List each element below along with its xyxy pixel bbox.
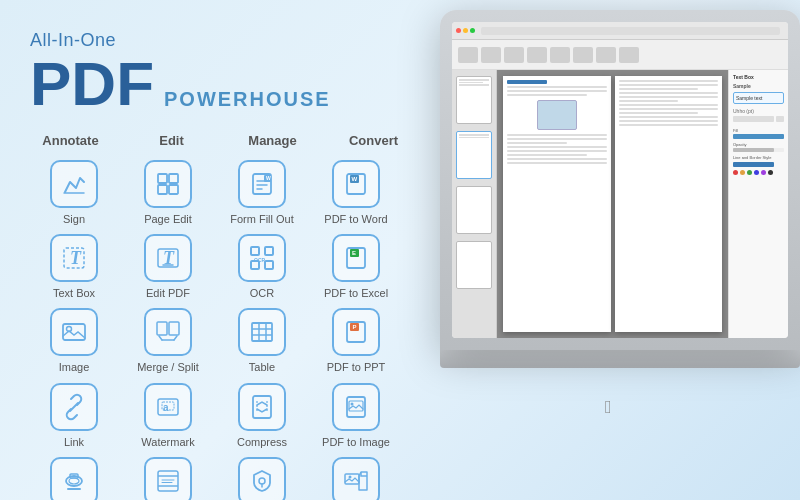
app-sidebar-left [452, 70, 497, 338]
feature-edit-pdf: T Edit PDF [128, 234, 208, 300]
sample-panel-label: Sample [733, 83, 784, 89]
link-label: Link [64, 436, 84, 449]
ribbon-btn-8 [619, 47, 639, 63]
opacity-label: Opacity [733, 142, 784, 147]
pdf-ppt-icon-box: P [332, 308, 380, 356]
feature-form-fill: W Form Fill Out [222, 160, 302, 226]
color-orange [740, 170, 745, 175]
svg-point-61 [259, 478, 265, 484]
feature-sign: Sign [34, 160, 114, 226]
ribbon-btn-1 [458, 47, 478, 63]
categories-row: Annotate Edit Manage Convert [30, 133, 410, 148]
svg-line-42 [70, 403, 78, 411]
merge-split-label: Merge / Split [137, 361, 199, 374]
edit-pdf-icon-box: T [144, 234, 192, 282]
table-icon-box [238, 308, 286, 356]
svg-rect-27 [63, 324, 85, 340]
feature-pdf-ppt: P PDF to PPT [316, 308, 396, 374]
svg-rect-1 [158, 174, 167, 183]
pdf-ppt-label: PDF to PPT [327, 361, 386, 374]
monitor-frame: Text Box Sample Sample text Uhho (pt) Fi… [440, 10, 800, 350]
svg-rect-49 [347, 397, 365, 417]
svg-point-64 [349, 475, 352, 478]
security-icon-box [238, 457, 286, 500]
color-black [768, 170, 773, 175]
ribbon-btn-5 [550, 47, 570, 63]
pdf-excel-icon-box: E [332, 234, 380, 282]
svg-rect-34 [252, 323, 272, 341]
apple-logo-icon:  [605, 397, 612, 418]
svg-text:P: P [353, 324, 357, 330]
svg-line-32 [159, 336, 162, 340]
left-panel: All-In-One PDF POWERHOUSE Annotate Edit … [30, 30, 410, 500]
ribbon-btn-2 [481, 47, 501, 63]
ocr-label: OCR [250, 287, 274, 300]
doc-page-right [615, 76, 723, 332]
color-picker [733, 170, 784, 175]
headline-pdf: PDF [30, 53, 154, 115]
font-input [733, 116, 774, 122]
category-edit: Edit [135, 133, 208, 148]
headline-powerhouse: POWERHOUSE [164, 88, 331, 115]
feature-pdf-image: PDF to Image [316, 383, 396, 449]
feature-watermark: a Watermark [128, 383, 208, 449]
feature-security: Security [222, 457, 302, 500]
svg-text:OCR: OCR [254, 257, 266, 263]
pdf-image-icon-box [332, 383, 380, 431]
thumb-2 [456, 131, 492, 179]
svg-rect-30 [169, 322, 179, 335]
svg-text:W: W [352, 176, 358, 182]
monitor-screen: Text Box Sample Sample text Uhho (pt) Fi… [452, 22, 788, 338]
pdf-excel-label: PDF to Excel [324, 287, 388, 300]
category-annotate: Annotate [34, 133, 107, 148]
text-box-icon-box: T [50, 234, 98, 282]
app-content: Text Box Sample Sample text Uhho (pt) Fi… [452, 70, 788, 338]
border-style-bar [733, 162, 774, 167]
line-border-label: Line and Border Style [733, 155, 784, 160]
svg-point-51 [351, 402, 354, 405]
compress-icon-box [238, 383, 286, 431]
app-sidebar-right: Text Box Sample Sample text Uhho (pt) Fi… [728, 70, 788, 338]
color-green [747, 170, 752, 175]
title-bar-fill [481, 27, 780, 35]
fill-label: Fill [733, 128, 784, 133]
watermark-label: Watermark [141, 436, 194, 449]
svg-rect-22 [265, 261, 273, 269]
image-icon-box [50, 308, 98, 356]
svg-rect-20 [265, 247, 273, 255]
svg-rect-4 [169, 185, 178, 194]
font-section: Uhho (pt) [733, 108, 784, 122]
image-label: Image [59, 361, 90, 374]
feature-image-pdf: Image to PDF [316, 457, 396, 500]
svg-rect-50 [349, 401, 363, 411]
headline-small: All-In-One [30, 30, 410, 51]
sample-text-box: Sample text [733, 92, 784, 104]
feature-ocr: OCR OCR [222, 234, 302, 300]
feature-compress: Compress [222, 383, 302, 449]
sign-label: Sign [63, 213, 85, 226]
ribbon-btn-7 [596, 47, 616, 63]
text-box-label: Text Box [53, 287, 95, 300]
doc-page-left [503, 76, 611, 332]
link-icon-box [50, 383, 98, 431]
header-footer-icon-box [144, 457, 192, 500]
table-label: Table [249, 361, 275, 374]
page-edit-label: Page Edit [144, 213, 192, 226]
app-ribbon [452, 40, 788, 70]
ocr-icon-box: OCR [238, 234, 286, 282]
svg-text:T: T [70, 248, 82, 268]
ribbon-btn-6 [573, 47, 593, 63]
color-red [733, 170, 738, 175]
ribbon-btn-4 [527, 47, 547, 63]
compress-label: Compress [237, 436, 287, 449]
category-convert: Convert [337, 133, 410, 148]
svg-line-33 [174, 336, 177, 340]
svg-text:W: W [266, 175, 271, 181]
svg-rect-46 [253, 396, 271, 418]
feature-image: Image [34, 308, 114, 374]
monitor-chin [440, 350, 800, 368]
image-pdf-icon-box [332, 457, 380, 500]
svg-rect-29 [157, 322, 167, 335]
feature-header-footer: Header & Footer [128, 457, 208, 500]
features-grid: Sign Page Edit [30, 160, 410, 500]
